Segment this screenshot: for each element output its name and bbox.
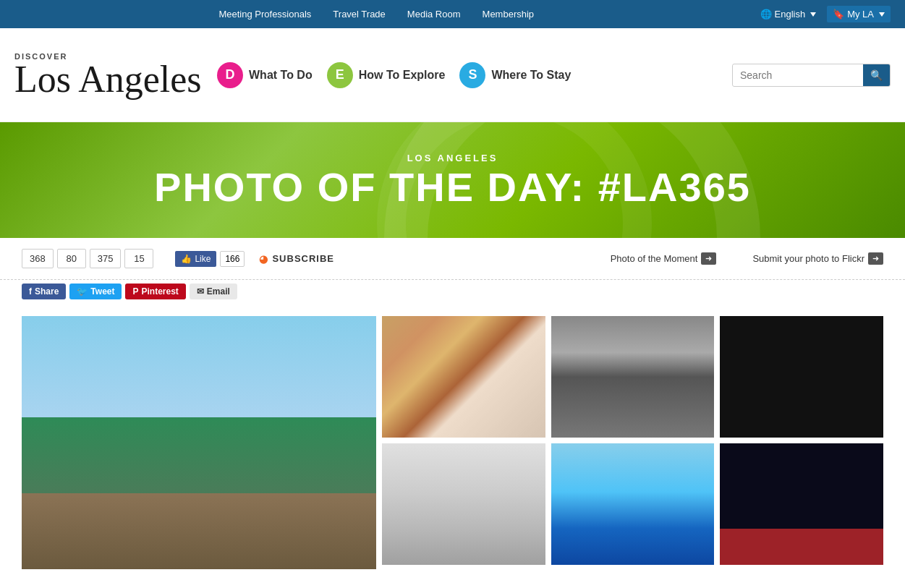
search-button[interactable]: 🔍 <box>863 64 890 86</box>
photo-grid <box>0 310 905 588</box>
search-area: 🔍 <box>732 64 891 87</box>
share-em-label: Email <box>207 286 230 297</box>
main-navigation: D What To Do E How To Explore S Where To… <box>217 62 732 88</box>
hero-banner: LOS ANGELES PHOTO OF THE DAY: #LA365 <box>0 122 905 238</box>
top-nav-links: Meeting Professionals Travel Trade Media… <box>14 9 739 20</box>
topnav-media-room[interactable]: Media Room <box>407 9 461 20</box>
photo-large-aerial[interactable] <box>22 316 376 569</box>
what-to-do-letter: D <box>226 67 235 82</box>
counter-15: 15 <box>124 249 153 268</box>
rss-icon: ◕ <box>259 253 268 265</box>
subscribe-button[interactable]: ◕ SUBSCRIBE <box>259 253 334 265</box>
share-fb-label: Share <box>35 286 59 297</box>
fb-count: 166 <box>220 251 245 267</box>
top-right-items: 🌐 English 🔖 My LA <box>760 6 891 22</box>
search-input[interactable] <box>733 65 863 85</box>
hero-subtitle: LOS ANGELES <box>407 153 498 163</box>
fb-like-label: Like <box>195 254 211 264</box>
share-twitter-button[interactable]: 🐦 Tweet <box>69 284 122 299</box>
language-chevron-icon <box>810 12 816 17</box>
globe-icon: 🌐 <box>760 9 772 20</box>
pi-share-icon: P <box>132 286 138 297</box>
fb-like-button[interactable]: 👍 Like <box>175 251 216 267</box>
photo-plane[interactable] <box>382 443 545 565</box>
logo-script-text: Los Angeles <box>14 61 217 98</box>
what-to-do-label: What To Do <box>249 69 313 82</box>
top-navigation-bar: Meeting Professionals Travel Trade Media… <box>0 0 905 28</box>
photo-concert[interactable] <box>720 316 883 438</box>
topnav-membership[interactable]: Membership <box>483 9 535 20</box>
topnav-meeting-professionals[interactable]: Meeting Professionals <box>218 9 311 20</box>
facebook-like-area: 👍 Like 166 <box>175 251 245 267</box>
email-share-icon: ✉ <box>197 286 204 297</box>
my-la-button[interactable]: 🔖 My LA <box>827 6 891 22</box>
share-row: f Share 🐦 Tweet P Pinterest ✉ Email <box>0 280 905 310</box>
photo-right-column <box>382 316 883 569</box>
counter-368: 368 <box>22 249 54 268</box>
nav-what-to-do[interactable]: D What To Do <box>217 62 313 88</box>
photo-of-moment-link[interactable]: Photo of the Moment ➜ <box>611 252 717 265</box>
share-pinterest-button[interactable]: P Pinterest <box>125 284 185 299</box>
where-to-stay-letter: S <box>468 67 477 82</box>
nav-how-to-explore[interactable]: E How To Explore <box>327 62 446 88</box>
photo-moment-arrow-icon: ➜ <box>701 252 716 265</box>
fb-thumb-icon: 👍 <box>181 254 192 264</box>
search-icon: 🔍 <box>870 69 883 81</box>
how-to-explore-letter: E <box>336 67 344 82</box>
nav-where-to-stay[interactable]: S Where To Stay <box>459 62 571 88</box>
submit-photo-arrow-icon: ➜ <box>868 252 883 265</box>
fb-share-icon: f <box>29 286 32 297</box>
tw-share-icon: 🐦 <box>77 286 88 297</box>
where-to-stay-circle: S <box>459 62 485 88</box>
where-to-stay-label: Where To Stay <box>491 69 571 82</box>
counter-80: 80 <box>57 249 86 268</box>
how-to-explore-label: How To Explore <box>359 69 446 82</box>
counter-375: 375 <box>90 249 122 268</box>
share-facebook-button[interactable]: f Share <box>22 284 66 299</box>
how-to-explore-circle: E <box>327 62 353 88</box>
share-pi-label: Pinterest <box>142 286 179 297</box>
photo-tiger[interactable] <box>382 316 545 438</box>
logo[interactable]: DISCOVER Los Angeles <box>14 52 217 98</box>
my-la-chevron-icon <box>879 12 885 17</box>
submit-photo-label: Submit your photo to Flickr <box>752 253 864 264</box>
share-tw-label: Tweet <box>90 286 114 297</box>
language-label: English <box>775 9 806 20</box>
main-header: DISCOVER Los Angeles D What To Do E How … <box>0 28 905 122</box>
what-to-do-circle: D <box>217 62 243 88</box>
photo-bw-park[interactable] <box>551 316 715 438</box>
submit-photo-link[interactable]: Submit your photo to Flickr ➜ <box>752 252 883 265</box>
my-la-label: My LA <box>847 9 874 20</box>
photo-moment-label: Photo of the Moment <box>611 253 698 264</box>
social-bar: 368 80 375 15 👍 Like 166 ◕ SUBSCRIBE Pho… <box>0 238 905 280</box>
bookmark-icon: 🔖 <box>833 9 844 20</box>
counter-group: 368 80 375 15 <box>22 249 153 268</box>
photo-space-shuttle[interactable] <box>551 443 715 565</box>
topnav-travel-trade[interactable]: Travel Trade <box>333 9 386 20</box>
language-selector[interactable]: 🌐 English <box>760 9 817 20</box>
share-email-button[interactable]: ✉ Email <box>190 284 237 299</box>
subscribe-label: SUBSCRIBE <box>272 253 334 264</box>
photo-row-1 <box>22 316 883 569</box>
search-box: 🔍 <box>732 64 891 87</box>
hero-title: PHOTO OF THE DAY: #LA365 <box>154 167 751 208</box>
photo-pinks[interactable] <box>720 443 883 565</box>
